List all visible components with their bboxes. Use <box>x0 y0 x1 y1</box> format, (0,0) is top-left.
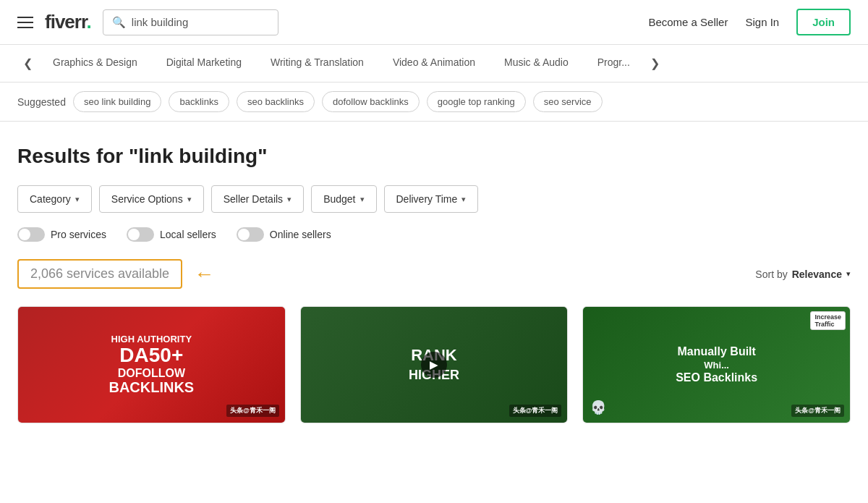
card-image-2: RANKHIGHER ▶ 头条@青禾一阁 <box>301 307 568 423</box>
card-image-3: Manually BuiltWhi...SEO Backlinks 头条@青禾一… <box>583 307 850 423</box>
increase-traffic-badge: IncreaseTraffic <box>810 311 846 330</box>
search-bar: 🔍 <box>103 9 278 35</box>
suggested-label: Suggested <box>17 96 66 108</box>
results-count: 2,066 services available <box>17 259 182 289</box>
tag-google-top-ranking[interactable]: google top ranking <box>427 91 526 112</box>
nav-item-video[interactable]: Video & Animation <box>378 45 490 82</box>
filter-category-label: Category <box>30 193 71 205</box>
online-sellers-toggle-group: Online sellers <box>237 227 331 242</box>
cards-grid: HIGH AUTHORITY DA50+ DOFOLLOW BACKLINKS … <box>17 306 851 423</box>
nav-left-arrow[interactable]: ❮ <box>17 45 38 82</box>
pro-services-toggle-group: Pro services <box>17 227 106 242</box>
logo-text: fiverr <box>45 11 87 33</box>
sign-in-link[interactable]: Sign In <box>745 16 779 28</box>
filter-delivery-time[interactable]: Delivery Time ▾ <box>384 185 479 213</box>
header-left: fiverr. 🔍 <box>17 9 278 35</box>
tag-seo-backlinks[interactable]: seo backlinks <box>237 91 315 112</box>
service-card-3[interactable]: Manually BuiltWhi...SEO Backlinks 头条@青禾一… <box>582 306 851 423</box>
nav-item-writing[interactable]: Writing & Translation <box>256 45 378 82</box>
chevron-down-icon: ▾ <box>75 195 80 204</box>
nav-items: Graphics & Design Digital Marketing Writ… <box>38 45 644 82</box>
nav-item-music[interactable]: Music & Audio <box>490 45 583 82</box>
skull-icon: 💀 <box>590 400 606 415</box>
tag-seo-link-building[interactable]: seo link building <box>73 91 162 112</box>
suggested-bar: Suggested seo link building backlinks se… <box>0 83 868 122</box>
play-button-icon[interactable]: ▶ <box>421 352 447 378</box>
filter-category[interactable]: Category ▾ <box>17 185 92 213</box>
nav-item-digital-marketing[interactable]: Digital Marketing <box>152 45 256 82</box>
become-seller-link[interactable]: Become a Seller <box>648 16 728 28</box>
results-row: 2,066 services available ← Sort by Relev… <box>17 259 851 289</box>
online-sellers-toggle[interactable] <box>237 227 264 242</box>
hamburger-menu[interactable] <box>17 17 33 28</box>
local-sellers-toggle-group: Local sellers <box>127 227 216 242</box>
service-card-1[interactable]: HIGH AUTHORITY DA50+ DOFOLLOW BACKLINKS … <box>17 306 286 423</box>
logo-dot: . <box>87 11 91 33</box>
filter-seller-details-label: Seller Details <box>224 193 283 205</box>
search-icon: 🔍 <box>112 16 126 29</box>
local-sellers-label: Local sellers <box>160 229 216 240</box>
filter-service-options-label: Service Options <box>111 193 183 205</box>
pro-services-toggle[interactable] <box>17 227 45 242</box>
tag-dofollow-backlinks[interactable]: dofollow backlinks <box>322 91 420 112</box>
filter-service-options[interactable]: Service Options ▾ <box>99 185 204 213</box>
card-image-1: HIGH AUTHORITY DA50+ DOFOLLOW BACKLINKS … <box>18 307 285 423</box>
filter-budget-label: Budget <box>323 193 355 205</box>
nav-item-prog[interactable]: Progr... <box>583 45 644 82</box>
toggles-bar: Pro services Local sellers Online seller… <box>17 227 851 242</box>
chevron-down-icon: ▾ <box>287 195 292 204</box>
watermark-2: 头条@青禾一阁 <box>509 405 562 417</box>
pro-services-label: Pro services <box>51 229 106 240</box>
results-title: Results for "link building" <box>17 145 851 168</box>
header: fiverr. 🔍 Become a Seller Sign In Join <box>0 0 868 45</box>
filters-bar: Category ▾ Service Options ▾ Seller Deta… <box>17 185 851 213</box>
chevron-down-icon: ▾ <box>360 195 365 204</box>
join-button[interactable]: Join <box>796 9 851 35</box>
tag-seo-service[interactable]: seo service <box>533 91 603 112</box>
filter-budget[interactable]: Budget ▾ <box>311 185 376 213</box>
logo[interactable]: fiverr. <box>45 11 91 33</box>
watermark-3: 头条@青禾一阁 <box>791 405 844 417</box>
arrow-right-icon: ← <box>194 263 214 286</box>
category-nav: ❮ Graphics & Design Digital Marketing Wr… <box>0 45 868 83</box>
chevron-down-icon: ▾ <box>461 195 466 204</box>
header-right: Become a Seller Sign In Join <box>648 9 851 35</box>
chevron-down-icon: ▾ <box>187 195 192 204</box>
card-text-1: HIGH AUTHORITY DA50+ DOFOLLOW BACKLINKS <box>109 334 194 396</box>
tag-backlinks[interactable]: backlinks <box>169 91 229 112</box>
filter-seller-details[interactable]: Seller Details ▾ <box>211 185 304 213</box>
sort-bar: Sort by Relevance ▾ <box>755 269 851 280</box>
sort-label: Sort by <box>755 269 787 280</box>
nav-item-graphics[interactable]: Graphics & Design <box>38 45 152 82</box>
sort-value: Relevance <box>792 269 842 280</box>
service-card-2[interactable]: RANKHIGHER ▶ 头条@青禾一阁 <box>300 306 569 423</box>
filter-delivery-time-label: Delivery Time <box>396 193 458 205</box>
main-content: Results for "link building" Category ▾ S… <box>0 122 868 423</box>
sort-chevron-icon[interactable]: ▾ <box>846 269 851 279</box>
watermark-1: 头条@青禾一阁 <box>226 405 279 417</box>
local-sellers-toggle[interactable] <box>127 227 154 242</box>
card-text-3: Manually BuiltWhi...SEO Backlinks <box>676 345 757 384</box>
online-sellers-label: Online sellers <box>270 229 331 240</box>
search-input[interactable] <box>132 16 269 28</box>
nav-right-arrow[interactable]: ❯ <box>644 45 665 82</box>
